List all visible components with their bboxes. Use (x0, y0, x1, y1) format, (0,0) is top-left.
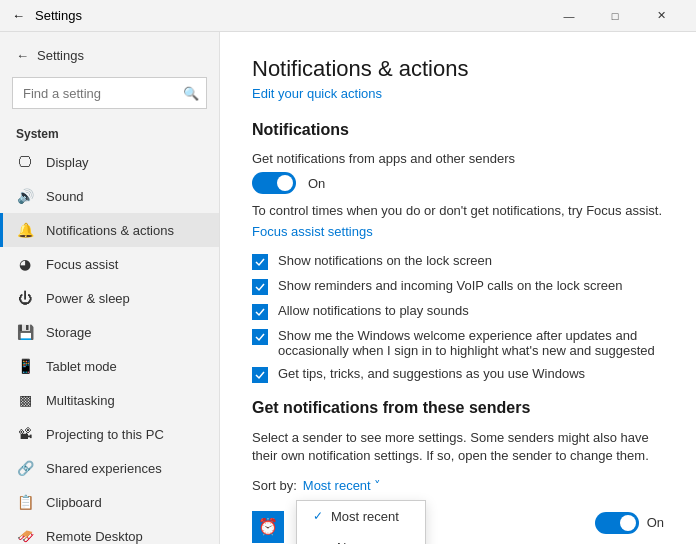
senders-section-title: Get notifications from these senders (252, 399, 664, 417)
window-controls: — □ ✕ (546, 0, 684, 32)
checkbox-tips-input[interactable] (252, 367, 268, 383)
sidebar-back-label: Settings (37, 48, 84, 63)
close-button[interactable]: ✕ (638, 0, 684, 32)
sidebar-item-projecting[interactable]: 📽 Projecting to this PC (0, 417, 219, 451)
checkbox-sounds: Allow notifications to play sounds (252, 303, 664, 320)
sidebar-item-multitasking[interactable]: ▩ Multitasking (0, 383, 219, 417)
notifications-icon: 🔔 (16, 222, 34, 238)
checkmark-icon: ✓ (313, 509, 323, 523)
sound-icon: 🔊 (16, 188, 34, 204)
alarms-toggle-label: On (647, 515, 664, 530)
notifications-toggle-label: On (308, 176, 325, 191)
checkbox-tips-label: Get tips, tricks, and suggestions as you… (278, 366, 585, 381)
sidebar-item-storage[interactable]: 💾 Storage (0, 315, 219, 349)
sidebar-item-tablet-mode[interactable]: 📱 Tablet mode (0, 349, 219, 383)
remote-desktop-icon: 🛷 (16, 528, 34, 544)
alarms-toggle-container: On (595, 512, 664, 542)
search-container: 🔍 (12, 77, 207, 109)
sort-value: Most recent (303, 478, 371, 493)
sidebar-item-display[interactable]: 🖵 Display (0, 145, 219, 179)
back-button[interactable]: ← Settings (0, 40, 219, 71)
minimize-button[interactable]: — (546, 0, 592, 32)
checkbox-welcome: Show me the Windows welcome experience a… (252, 328, 664, 358)
sort-row: Sort by: Most recent ˅ ✓ Most recent Nam… (252, 478, 664, 493)
search-input[interactable] (12, 77, 207, 109)
notifications-section-title: Notifications (252, 121, 664, 139)
dropdown-item-label: Name (337, 540, 372, 544)
sidebar-item-label: Power & sleep (46, 291, 130, 306)
sort-label: Sort by: (252, 478, 297, 493)
dropdown-item-name[interactable]: Name (297, 532, 425, 544)
titlebar-title: Settings (35, 8, 82, 23)
checkbox-voip: Show reminders and incoming VoIP calls o… (252, 278, 664, 295)
sort-dropdown-menu: ✓ Most recent Name (296, 500, 426, 544)
checkbox-voip-input[interactable] (252, 279, 268, 295)
checkbox-lock-screen-input[interactable] (252, 254, 268, 270)
toggle-knob (277, 175, 293, 191)
alarms-toggle-row: On (595, 512, 664, 534)
sidebar-item-focus-assist[interactable]: ◕ Focus assist (0, 247, 219, 281)
sidebar-item-label: Shared experiences (46, 461, 162, 476)
tablet-icon: 📱 (16, 358, 34, 374)
titlebar: ← Settings — □ ✕ (0, 0, 696, 32)
projecting-icon: 📽 (16, 426, 34, 442)
checkbox-voip-label: Show reminders and incoming VoIP calls o… (278, 278, 622, 293)
sidebar-item-notifications[interactable]: 🔔 Notifications & actions (0, 213, 219, 247)
senders-desc: Select a sender to see more settings. So… (252, 429, 664, 465)
dropdown-item-label: Most recent (331, 509, 399, 524)
checkbox-lock-screen-label: Show notifications on the lock screen (278, 253, 492, 268)
chevron-down-icon: ˅ (374, 478, 381, 493)
notifications-toggle-row: On (252, 172, 664, 194)
alarms-icon-char: ⏰ (258, 517, 278, 536)
checkbox-lock-screen: Show notifications on the lock screen (252, 253, 664, 270)
focus-assist-icon: ◕ (16, 256, 34, 272)
main-content: Notifications & actions Edit your quick … (220, 32, 696, 544)
checkbox-welcome-input[interactable] (252, 329, 268, 345)
sidebar-item-label: Storage (46, 325, 92, 340)
sidebar-item-sound[interactable]: 🔊 Sound (0, 179, 219, 213)
sidebar-item-label: Focus assist (46, 257, 118, 272)
power-sleep-icon: ⏻ (16, 290, 34, 306)
notifications-toggle[interactable] (252, 172, 296, 194)
back-arrow-icon: ← (16, 48, 29, 63)
page-title: Notifications & actions (252, 56, 664, 82)
notifications-from-label: Get notifications from apps and other se… (252, 151, 664, 166)
alarms-toggle-knob (620, 515, 636, 531)
sidebar-item-label: Multitasking (46, 393, 115, 408)
clipboard-icon: 📋 (16, 494, 34, 510)
display-icon: 🖵 (16, 154, 34, 170)
alarms-toggle[interactable] (595, 512, 639, 534)
sidebar: ← Settings 🔍 System 🖵 Display 🔊 Sound 🔔 … (0, 32, 220, 544)
sidebar-item-label: Sound (46, 189, 84, 204)
sidebar-item-shared-experiences[interactable]: 🔗 Shared experiences (0, 451, 219, 485)
sidebar-item-label: Tablet mode (46, 359, 117, 374)
multitasking-icon: ▩ (16, 392, 34, 408)
dropdown-item-most-recent[interactable]: ✓ Most recent (297, 501, 425, 532)
checkbox-welcome-label: Show me the Windows welcome experience a… (278, 328, 664, 358)
focus-assist-link[interactable]: Focus assist settings (252, 224, 664, 239)
system-section-label: System (0, 119, 219, 145)
focus-assist-info: To control times when you do or don't ge… (252, 202, 664, 220)
sidebar-item-power-sleep[interactable]: ⏻ Power & sleep (0, 281, 219, 315)
checkbox-sounds-input[interactable] (252, 304, 268, 320)
sidebar-item-remote-desktop[interactable]: 🛷 Remote Desktop (0, 519, 219, 544)
storage-icon: 💾 (16, 324, 34, 340)
sidebar-item-label: Projecting to this PC (46, 427, 164, 442)
sort-dropdown-button[interactable]: Most recent ˅ (303, 478, 381, 493)
sidebar-item-clipboard[interactable]: 📋 Clipboard (0, 485, 219, 519)
sidebar-item-label: Remote Desktop (46, 529, 143, 544)
sidebar-item-label: Display (46, 155, 89, 170)
back-icon[interactable]: ← (12, 8, 25, 23)
search-icon: 🔍 (183, 86, 199, 101)
alarms-icon: ⏰ (252, 511, 284, 543)
checkbox-sounds-label: Allow notifications to play sounds (278, 303, 469, 318)
checkbox-tips: Get tips, tricks, and suggestions as you… (252, 366, 664, 383)
maximize-button[interactable]: □ (592, 0, 638, 32)
shared-icon: 🔗 (16, 460, 34, 476)
sidebar-item-label: Clipboard (46, 495, 102, 510)
edit-quick-actions-link[interactable]: Edit your quick actions (252, 86, 664, 101)
sidebar-item-label: Notifications & actions (46, 223, 174, 238)
